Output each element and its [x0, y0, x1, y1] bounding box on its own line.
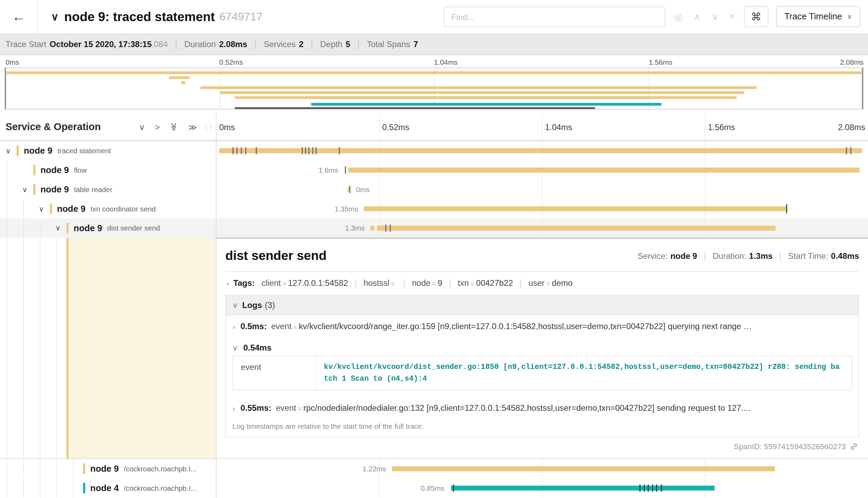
- span-bar-cell[interactable]: [216, 141, 868, 161]
- service-color-bar: [50, 203, 52, 214]
- span-bar[interactable]: [451, 486, 715, 490]
- span-bar-cell[interactable]: 1.3ms: [216, 218, 868, 238]
- trace-summary-bar: Trace Start October 15 2020, 17:38:15.08…: [0, 33, 868, 55]
- log-field-key: event: [233, 356, 316, 390]
- operation-name: table reader: [74, 185, 112, 193]
- log-value: kv/kvclient/kvcoord/range_iter.go:159 [n…: [299, 321, 752, 331]
- span-duration-label: 0.85ms: [421, 484, 444, 492]
- minimap-span-bar: [220, 91, 744, 94]
- find-input[interactable]: [444, 6, 665, 27]
- column-resizer-grip[interactable]: ⋮⋮: [203, 123, 213, 131]
- detail-service-label: Service:: [638, 251, 668, 261]
- keyboard-shortcuts-button[interactable]: ⌘: [744, 6, 768, 27]
- log-field-value: kv/kvclient/kvcoord/dist_sender.go:1850 …: [316, 356, 851, 390]
- title-collapse-chevron-icon[interactable]: ∨: [51, 10, 59, 23]
- logs-header[interactable]: ∨ Logs (3): [226, 295, 859, 315]
- tags-row[interactable]: › Tags: client=127.0.0.1:54582 | hostssl…: [225, 272, 859, 290]
- minimap-tick-156ms: 1.56ms: [649, 58, 672, 66]
- selected-span-highlight-band: [69, 238, 216, 459]
- log-entry[interactable]: › 0.5ms: event=kv/kvclient/kvcoord/range…: [226, 315, 859, 337]
- duration-label: Duration: [184, 39, 216, 48]
- span-name-cell[interactable]: node 9 flow: [0, 160, 216, 180]
- service-color-bar: [67, 223, 69, 233]
- minimap-left-drag-handle[interactable]: [5, 68, 6, 109]
- detail-title-row: dist sender send Service:node 9 | Durati…: [225, 245, 859, 272]
- span-row: ∨ node 9 table reader 0ms: [0, 180, 868, 199]
- prev-match-chevron-up-icon[interactable]: ∧: [694, 11, 701, 22]
- next-match-chevron-down-icon[interactable]: ∨: [711, 11, 718, 22]
- back-button[interactable]: ←: [0, 0, 38, 33]
- service-color-bar: [33, 165, 35, 175]
- log-entry[interactable]: › 0.55ms: event=rpc/nodedialer/nodediale…: [226, 397, 859, 419]
- minimap-span-bar-dark: [235, 107, 595, 109]
- trace-title-block: ∨ node 9: traced statement 6749717: [38, 9, 263, 24]
- collapse-chevron-icon[interactable]: ∨: [38, 205, 50, 213]
- span-bar-cell[interactable]: 1.22ms: [216, 459, 868, 479]
- expand-one-chevron-right-icon[interactable]: >: [155, 123, 160, 131]
- operation-name: flow: [74, 166, 87, 174]
- detail-meta: Service:node 9 | Duration:1.3ms | Start …: [638, 251, 859, 261]
- service-operation-header: Service & Operation ∨ > ≫ ≫ ⋮⋮: [0, 114, 216, 141]
- span-name-cell[interactable]: ∨ node 9 traced statement: [0, 141, 216, 161]
- span-duration-label: 1.6ms: [319, 166, 338, 174]
- deep-link-icon[interactable]: [850, 442, 858, 451]
- span-bar[interactable]: [364, 206, 788, 211]
- span-bar-cell[interactable]: 0ms: [216, 180, 868, 199]
- span-name-cell[interactable]: ∨ node 9 dist sender send: [0, 218, 216, 238]
- service-color-bar: [83, 463, 85, 474]
- trace-timeline-view: ← ∨ node 9: traced statement 6749717 ◎ ∧…: [0, 0, 868, 498]
- trace-view-selector[interactable]: Trace Timeline ∨: [776, 6, 860, 27]
- chevron-right-icon: ›: [232, 404, 235, 413]
- span-bar[interactable]: [377, 226, 776, 230]
- span-name-cell[interactable]: node 9 /cockroach.roachpb.I...: [0, 459, 216, 479]
- chevron-down-icon: ∨: [232, 301, 238, 309]
- span-detail-panel: dist sender send Service:node 9 | Durati…: [216, 238, 868, 459]
- span-bar-cell[interactable]: 1.6ms: [216, 160, 868, 180]
- chevron-right-icon: ›: [227, 279, 229, 287]
- tags-label: Tags:: [233, 278, 255, 288]
- collapse-chevron-icon[interactable]: ∨: [54, 224, 67, 232]
- axis-tick-208ms: 2.08ms: [838, 122, 865, 132]
- expand-all-double-chevron-right-icon[interactable]: ≫: [188, 123, 197, 131]
- log-value: rpc/nodedialer/nodedialer.go:132 [n9,cli…: [303, 403, 751, 413]
- span-name-cell[interactable]: ∨ node 9 table reader: [0, 180, 216, 199]
- span-bar[interactable]: [392, 466, 775, 471]
- collapse-one-chevron-down-icon[interactable]: ∨: [139, 123, 145, 131]
- find-controls: ◎ ∧ ∨ ×: [674, 11, 735, 22]
- depth-value: 5: [346, 39, 350, 48]
- span-row: node 9 /cockroach.roachpb.I... 1.22ms: [0, 459, 868, 479]
- operation-name: dist sender send: [107, 224, 160, 232]
- minimap-span-bar: [181, 81, 185, 84]
- service-name: node 9: [24, 146, 52, 156]
- minimap-span-bar: [169, 76, 189, 79]
- minimap-span-bar: [235, 96, 737, 99]
- service-color-bar: [17, 145, 19, 156]
- operation-name: /cockroach.roachpb.I...: [124, 484, 196, 492]
- span-bar-cell[interactable]: 1.35ms: [216, 199, 868, 218]
- clear-search-icon[interactable]: ×: [729, 11, 735, 22]
- span-bar[interactable]: [370, 226, 374, 230]
- collapse-chevron-icon[interactable]: ∨: [21, 185, 33, 193]
- detail-start-label: Start Time:: [788, 251, 828, 261]
- scroll-to-match-icon[interactable]: ◎: [674, 11, 683, 22]
- service-name: node 9: [90, 464, 119, 474]
- service-name: node 9: [41, 165, 69, 175]
- collapse-all-double-chevron-down-icon[interactable]: ≫: [170, 123, 178, 131]
- span-row: ∨ node 9 traced statement: [0, 141, 868, 161]
- timeline-header: Service & Operation ∨ > ≫ ≫ ⋮⋮ 0ms 0.52m…: [0, 114, 868, 141]
- minimap-tick-104ms: 1.04ms: [434, 58, 458, 66]
- duration-value: 2.08ms: [219, 39, 247, 48]
- span-duration-label: 0ms: [356, 185, 370, 193]
- operation-name: /cockroach.roachpb.I...: [124, 464, 196, 473]
- total-spans-value: 7: [414, 39, 418, 48]
- log-entry-expanded[interactable]: ∨ 0.54ms: [226, 337, 859, 354]
- collapse-chevron-icon[interactable]: ∨: [5, 147, 17, 155]
- minimap-canvas[interactable]: [5, 67, 863, 109]
- minimap-right-drag-handle[interactable]: [862, 68, 863, 109]
- span-bar-cell[interactable]: 0.85ms: [216, 478, 868, 498]
- span-name-cell[interactable]: ∨ node 9 txn coordinator send: [0, 199, 216, 218]
- span-bar[interactable]: [348, 167, 860, 172]
- span-name-cell[interactable]: node 4 /cockroach.roachpb.I...: [0, 478, 216, 498]
- service-color-bar: [83, 483, 85, 493]
- axis-tick-156ms: 1.56ms: [708, 122, 735, 132]
